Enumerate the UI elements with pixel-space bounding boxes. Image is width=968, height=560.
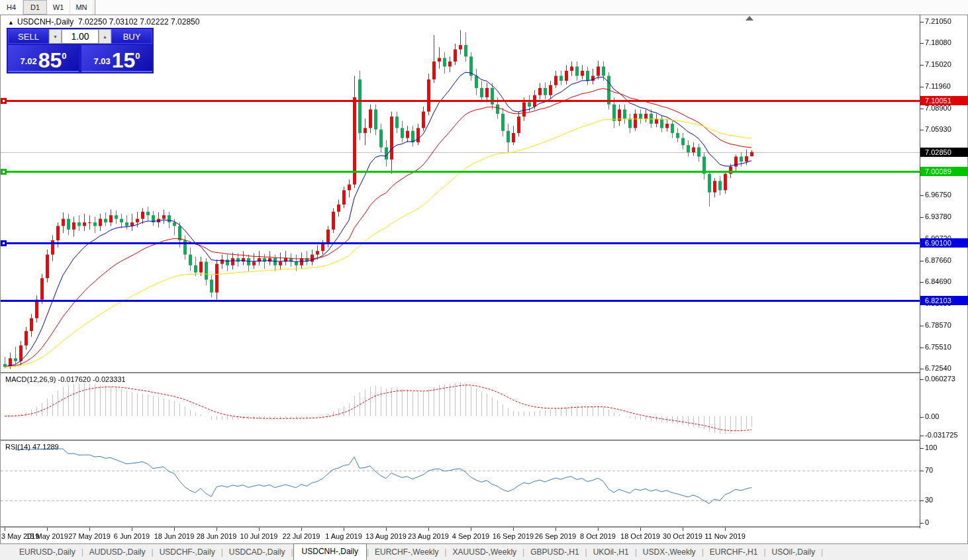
buy-button[interactable]: BUY <box>111 29 152 44</box>
axis-tick <box>920 65 924 66</box>
axis-tick <box>920 87 924 87</box>
collapse-panel-arrow-icon[interactable]: ▲ <box>8 19 14 26</box>
axis-tick <box>920 471 924 471</box>
axis-tick <box>920 500 924 501</box>
price-axis-label: 6.93780 <box>925 212 951 220</box>
price-axis-label: 7.21050 <box>925 17 951 25</box>
axis-tick <box>920 348 924 348</box>
price-axis-label: 6.72540 <box>925 364 951 372</box>
rsi-axis-label: 70 <box>925 466 933 474</box>
volume-input[interactable] <box>62 29 99 44</box>
date-label: 11 Nov 2019 <box>704 532 746 540</box>
tab-xauusd-weekly[interactable]: XAUUSD-,Weekly <box>447 545 522 560</box>
date-label: 18 Jun 2019 <box>154 532 195 540</box>
axis-tick <box>920 195 924 196</box>
date-label: 8 Oct 2019 <box>580 532 616 540</box>
sell-price-box[interactable]: 7.02 85 0 <box>8 45 79 72</box>
date-axis[interactable]: 3 May 201915 May 201927 May 20196 Jun 20… <box>0 528 920 543</box>
date-label: 6 Jun 2019 <box>114 532 150 540</box>
date-label: 27 May 2019 <box>68 532 111 540</box>
date-label: 4 Sep 2019 <box>452 532 489 540</box>
axis-tick <box>920 369 924 369</box>
chart-ohlc-text: 7.02250 7.03102 7.02222 7.02850 <box>78 17 200 26</box>
price-axis-label: 7.05930 <box>925 125 951 133</box>
tab-usdx-weekly[interactable]: USDX-,Weekly <box>637 545 702 560</box>
chart-shift-marker-icon[interactable] <box>746 16 753 21</box>
price-macd-pane-separator[interactable] <box>1 372 920 373</box>
price-axis-label: 6.75510 <box>925 343 951 351</box>
date-label: 15 May 2019 <box>26 532 68 540</box>
axis-tick <box>920 326 924 326</box>
tab-separator: | <box>821 547 823 560</box>
price-axis-label: 7.18080 <box>925 38 951 46</box>
rsi-axis-label: 0 <box>925 518 929 526</box>
buy-price-small: 7.03 <box>93 56 110 66</box>
spin-down-icon: ▼ <box>53 34 58 39</box>
axis-tick <box>920 448 924 449</box>
date-label: 1 Aug 2019 <box>325 532 362 540</box>
spin-up-icon: ▲ <box>103 34 107 39</box>
macd-rsi-pane-separator[interactable] <box>1 440 920 441</box>
tab-usdchf-daily[interactable]: USDCHF-,Daily <box>154 545 221 560</box>
price-axis-spine[interactable] <box>920 15 920 528</box>
rsi-dates-separator <box>1 526 920 528</box>
date-label: 23 Aug 2019 <box>408 532 449 540</box>
tab-gbpusd-h1[interactable]: GBPUSD-,H1 <box>524 545 585 560</box>
price-axis-label: 6.84690 <box>925 277 951 285</box>
date-label: 13 Aug 2019 <box>365 532 407 540</box>
one-click-trading-panel: SELL ▼ ▲ BUY 7.02 85 0 7.03 15 0 <box>7 28 154 73</box>
mt4-terminal: H4 D1 W1 MN ▲USDCNH-,Daily 7.02250 7.031… <box>0 0 968 560</box>
volume-increase-button[interactable]: ▲ <box>99 29 111 44</box>
rsi-indicator-label: RSI(14) 47.1289 <box>5 443 59 451</box>
axis-tick <box>920 417 924 418</box>
price-axis-label: 7.15020 <box>925 60 951 68</box>
axis-tick <box>920 436 924 436</box>
price-axis-label: 6.87660 <box>925 256 951 264</box>
date-label: 22 Jul 2019 <box>283 532 320 540</box>
volume-decrease-button[interactable]: ▼ <box>49 29 62 44</box>
macd-indicator-label: MACD(12,26,9) -0.017620 -0.023331 <box>5 375 126 383</box>
price-axis-label: 6.78570 <box>925 321 951 329</box>
chart-title: ▲USDCNH-,Daily 7.02250 7.03102 7.02222 7… <box>8 17 199 26</box>
tab-eurusd-daily[interactable]: EURUSD-,Daily <box>13 545 81 560</box>
price-badge-7.02850: 7.02850 <box>920 148 968 157</box>
chart-tab-bar: EURUSD-,Daily|AUDUSD-,Daily|USDCHF-,Dail… <box>0 543 968 560</box>
price-badge-6.90100: 6.90100 <box>920 238 968 248</box>
axis-tick <box>920 261 924 261</box>
price-axis-label: 7.11960 <box>925 82 951 90</box>
date-label: 28 Jun 2019 <box>197 532 237 540</box>
chart-ohlc-values <box>73 17 78 26</box>
axis-tick <box>920 130 924 130</box>
price-axis-label: 6.96750 <box>925 191 951 199</box>
macd-axis-label: -0.031725 <box>925 431 958 439</box>
tab-ukoil-h1[interactable]: UKOil-,H1 <box>587 545 635 560</box>
date-label: 26 Sep 2019 <box>535 532 576 540</box>
date-label: 30 Oct 2019 <box>663 532 702 540</box>
date-label: 18 Oct 2019 <box>620 532 660 540</box>
sell-button[interactable]: SELL <box>8 29 49 44</box>
buy-price-box[interactable]: 7.03 15 0 <box>81 45 152 72</box>
rsi-axis-label: 100 <box>925 443 937 451</box>
tab-usdcnh-daily[interactable]: USDCNH-,Daily <box>293 543 367 560</box>
axis-tick <box>920 523 924 524</box>
date-label: 10 Jul 2019 <box>240 532 278 540</box>
tab-eurchf-weekly[interactable]: EURCHF-,Weekly <box>369 545 444 560</box>
chart-canvas[interactable] <box>0 0 968 560</box>
tab-eurchf-h1[interactable]: EURCHF-,H1 <box>704 545 764 560</box>
tab-usoil-daily[interactable]: USOil-,Daily <box>766 545 821 560</box>
price-badge-7.00089: 7.00089 <box>920 167 968 176</box>
buy-price-big: 15 <box>112 50 136 70</box>
price-badge-6.82103: 6.82103 <box>920 296 968 305</box>
macd-axis-label: 0.00 <box>925 412 939 420</box>
sell-price-small: 7.02 <box>20 56 36 66</box>
axis-tick <box>920 379 924 380</box>
tab-audusd-daily[interactable]: AUDUSD-,Daily <box>83 545 152 560</box>
sell-price-big: 85 <box>38 50 62 70</box>
date-label: 16 Sep 2019 <box>493 532 534 540</box>
axis-tick <box>920 22 924 23</box>
axis-tick <box>920 43 924 44</box>
buy-price-sup: 0 <box>135 51 140 61</box>
tab-usdcad-daily[interactable]: USDCAD-,Daily <box>223 545 291 560</box>
rsi-axis-label: 30 <box>925 496 933 504</box>
chart-symbol-period: USDCNH-,Daily <box>17 17 73 26</box>
